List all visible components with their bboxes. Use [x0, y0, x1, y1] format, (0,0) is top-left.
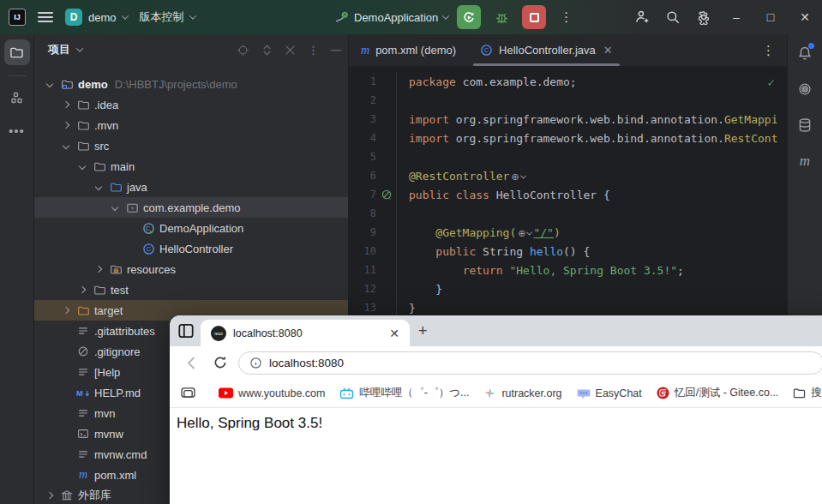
bookmark-rutracker.org[interactable]: rutracker.org	[480, 384, 565, 402]
tree-item-label: java	[127, 181, 147, 194]
tree-item-java[interactable]: java	[34, 177, 348, 197]
tree-item-label: mvn	[94, 407, 116, 420]
file-ignore-icon	[75, 345, 92, 357]
chevron-collapsed-icon[interactable]	[57, 308, 75, 313]
url-mapping-inlay-icon[interactable]: ⊕	[511, 171, 525, 183]
settings-gear-icon[interactable]	[688, 0, 719, 34]
line-number: 11	[349, 264, 376, 276]
maven-panel-icon[interactable]: m	[800, 153, 810, 170]
chevron-collapsed-icon[interactable]	[74, 287, 91, 292]
more-vertical-icon[interactable]: ⋮	[308, 44, 319, 57]
code-line-4: 4import org.springframework.web.bind.ann…	[349, 129, 787, 147]
refresh-button[interactable]	[209, 351, 231, 374]
tree-item-main[interactable]: main	[34, 156, 348, 177]
url-mapping-inlay-icon[interactable]: ⊕	[518, 228, 531, 239]
chevron-expanded-icon[interactable]	[74, 164, 91, 169]
tab-workspaces-icon[interactable]	[177, 321, 195, 340]
run-configuration-selector[interactable]: DemoApplication	[334, 10, 448, 25]
gutter	[376, 223, 397, 242]
gutter	[376, 204, 397, 223]
project-panel-title[interactable]: 项目	[48, 42, 82, 57]
tree-item-.idea[interactable]: .idea	[34, 94, 348, 115]
line-number: 7	[349, 189, 376, 201]
site-info-icon[interactable]	[249, 357, 262, 369]
svg-text:C: C	[146, 245, 151, 253]
database-icon[interactable]	[797, 117, 813, 134]
more-run-actions-icon[interactable]: ⋮	[555, 9, 578, 25]
code-line-13: 13}	[349, 298, 787, 317]
tree-item-resources[interactable]: resources	[34, 259, 348, 279]
tree-item-src[interactable]: src	[34, 135, 348, 156]
file-text-icon	[75, 407, 92, 419]
chevron-expanded-icon[interactable]	[57, 143, 75, 148]
structure-tool-window-button[interactable]	[4, 85, 30, 111]
notifications-bell-icon[interactable]	[797, 45, 813, 62]
window-close-button[interactable]: ✕	[788, 0, 822, 34]
close-tab-icon[interactable]: ✕	[603, 44, 613, 57]
collapse-all-icon[interactable]	[285, 45, 296, 56]
chevron-expanded-icon[interactable]	[90, 184, 107, 189]
expand-collapse-icon[interactable]	[261, 44, 273, 57]
tree-item-hellocontroller[interactable]: CHelloController	[34, 238, 348, 259]
close-tab-icon[interactable]: ✕	[386, 327, 403, 340]
rutracker-icon	[483, 387, 496, 399]
ai-assistant-icon[interactable]	[797, 81, 813, 98]
tree-item-label: com.example.demo	[143, 201, 240, 214]
hide-panel-icon[interactable]: —	[331, 44, 341, 56]
editor-tabs-more-icon[interactable]: ⋮	[762, 34, 787, 66]
bookmark-label: EasyChat	[596, 387, 642, 399]
gutter	[376, 72, 397, 91]
code-with-me-icon[interactable]	[627, 0, 657, 34]
gutter	[376, 166, 397, 185]
class-icon: C	[140, 243, 157, 255]
class-run-icon: C	[140, 222, 157, 235]
tree-item-test[interactable]: test	[34, 279, 348, 300]
back-button[interactable]	[180, 351, 202, 374]
tree-item-demoapplication[interactable]: CDemoApplication	[34, 218, 348, 238]
project-selector[interactable]: D demo	[65, 9, 128, 26]
project-tool-window-button[interactable]	[4, 39, 30, 65]
new-tab-button[interactable]: +	[418, 322, 428, 340]
version-control-menu[interactable]: 版本控制	[140, 9, 195, 25]
chevron-expanded-icon[interactable]	[41, 81, 58, 87]
spring-bean-gutter-icon[interactable]	[376, 185, 397, 204]
chevron-collapsed-icon[interactable]	[57, 102, 75, 107]
bookmark-哔哩哔哩-...[interactable]: 哔哩哔哩（゜-゜）つ...	[336, 383, 472, 403]
url-text: localhost:8080	[269, 357, 344, 369]
tree-item-label: HELP.md	[94, 387, 141, 399]
tree-item-.mvn[interactable]: .mvn	[34, 115, 348, 135]
easychat-icon	[577, 387, 591, 399]
tree-item-label: mvnw.cmd	[94, 448, 147, 461]
stop-button[interactable]	[522, 5, 546, 29]
chevron-collapsed-icon[interactable]	[57, 123, 75, 128]
code-text: @RestController⊕	[397, 170, 527, 183]
main-menu-icon[interactable]	[38, 12, 53, 22]
chevron-collapsed-icon[interactable]	[41, 493, 58, 498]
svg-text:M: M	[76, 388, 83, 397]
bookmark-www.youtube.com[interactable]: www.youtube.com	[215, 385, 328, 402]
collections-icon[interactable]	[180, 387, 196, 399]
tree-item-com.example.demo[interactable]: com.example.demo	[34, 197, 348, 218]
address-bar[interactable]: localhost:8080	[238, 351, 822, 375]
chevron-collapsed-icon[interactable]	[90, 267, 107, 272]
code-editor[interactable]: ✓ 1package com.example.demo;23import org…	[349, 67, 787, 317]
chevron-expanded-icon[interactable]	[106, 205, 123, 210]
debug-button[interactable]	[489, 5, 513, 29]
maven-icon: m	[361, 44, 369, 57]
window-minimize-button[interactable]: –	[719, 0, 753, 34]
line-number: 8	[349, 207, 376, 219]
search-everywhere-icon[interactable]	[657, 0, 688, 34]
more-tool-windows-button[interactable]: •••	[4, 117, 30, 143]
window-maximize-button[interactable]: □	[753, 0, 788, 34]
rerun-button[interactable]	[457, 5, 481, 29]
tab-pom-xml[interactable]: m pom.xml (demo)	[349, 34, 468, 66]
locate-icon[interactable]	[237, 44, 249, 57]
tab-hellocontroller-java[interactable]: C HelloController.java ✕	[468, 34, 625, 66]
folder-icon	[75, 99, 92, 111]
tree-item-demo[interactable]: demoD:\HBBTJ\projects\demo	[34, 74, 348, 94]
browser-tab-localhost[interactable]: reco localhost:8080 ✕	[201, 320, 410, 346]
bookmark-搜索[interactable]: 搜索	[789, 383, 822, 403]
bookmark-easychat[interactable]: EasyChat	[573, 385, 645, 402]
inspection-check-icon[interactable]: ✓	[768, 75, 775, 89]
bookmark-忆回测试-gitee.co...[interactable]: 忆回/测试 - Gitee.co...	[653, 383, 783, 403]
